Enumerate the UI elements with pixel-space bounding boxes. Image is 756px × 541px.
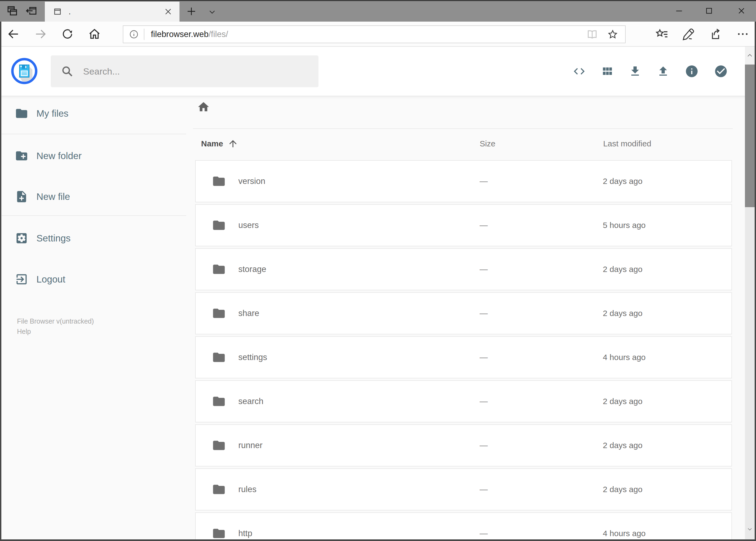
- file-name: runner: [238, 440, 263, 450]
- file-name: http: [238, 529, 252, 538]
- file-row[interactable]: http — 4 hours ago: [195, 512, 732, 541]
- tab-title: .: [69, 7, 71, 16]
- download-icon[interactable]: [629, 65, 641, 78]
- file-name-cell: storage: [196, 262, 480, 276]
- scroll-up-button[interactable]: [745, 47, 755, 64]
- file-name-cell: search: [196, 394, 480, 408]
- header-actions: [573, 47, 728, 96]
- file-modified: 2 days ago: [603, 265, 731, 274]
- folder-icon: [212, 306, 226, 320]
- note-add-icon: [15, 190, 28, 204]
- tab-preview-icon[interactable]: [6, 5, 18, 17]
- file-modified: 4 hours ago: [603, 529, 731, 538]
- chevron-down-icon: [746, 526, 754, 532]
- breadcrumb-divider: [193, 128, 733, 129]
- scroll-down-button[interactable]: [745, 520, 755, 538]
- sidebar-item-new-file[interactable]: New file: [0, 183, 188, 210]
- file-name-cell: settings: [196, 350, 480, 364]
- upload-icon[interactable]: [657, 65, 670, 78]
- web-note-pen-icon[interactable]: [682, 27, 695, 41]
- file-size: —: [480, 353, 603, 362]
- file-modified: 2 days ago: [603, 397, 731, 406]
- sidebar-item-new-folder[interactable]: New folder: [0, 142, 188, 169]
- window-border-bottom: [0, 539, 756, 541]
- url-host: filebrowser.web: [151, 29, 209, 39]
- folder-icon: [212, 174, 226, 188]
- search-input[interactable]: [83, 66, 319, 77]
- share-icon[interactable]: [708, 27, 722, 41]
- new-tab-button[interactable]: [186, 6, 197, 17]
- breadcrumb-home-icon[interactable]: [197, 101, 210, 114]
- version-text: File Browser v(untracked): [17, 317, 94, 325]
- file-row[interactable]: runner — 2 days ago: [195, 424, 732, 466]
- scrollbar-thumb[interactable]: [745, 65, 755, 207]
- search-bar[interactable]: [51, 55, 319, 87]
- file-row[interactable]: settings — 4 hours ago: [195, 336, 732, 378]
- set-tabs-aside-icon[interactable]: [25, 5, 37, 17]
- file-modified: 4 hours ago: [603, 353, 731, 362]
- folder-icon: [212, 350, 226, 364]
- column-header-size[interactable]: Size: [480, 139, 603, 148]
- file-name: share: [238, 308, 259, 318]
- address-bar-divider: [144, 29, 144, 40]
- file-modified: 2 days ago: [603, 485, 731, 494]
- listing-rows: version — 2 days ago users — 5 hours ago: [195, 160, 732, 541]
- tab-close-icon[interactable]: [164, 7, 172, 16]
- file-name-cell: http: [196, 526, 480, 540]
- file-size: —: [480, 397, 603, 406]
- folder-icon: [15, 107, 28, 120]
- sidebar-item-settings[interactable]: Settings: [0, 225, 188, 252]
- home-icon[interactable]: [88, 27, 101, 41]
- refresh-icon[interactable]: [61, 27, 74, 41]
- url-path: /files/: [209, 29, 228, 39]
- add-favorite-star-icon[interactable]: [607, 29, 618, 40]
- file-name-cell: users: [196, 218, 480, 232]
- file-size: —: [480, 221, 603, 230]
- file-row[interactable]: storage — 2 days ago: [195, 248, 732, 290]
- file-size: —: [480, 309, 603, 318]
- file-name: search: [238, 396, 263, 406]
- filebrowser-logo[interactable]: [11, 58, 38, 85]
- select-multiple-icon[interactable]: [714, 64, 728, 78]
- address-bar[interactable]: filebrowser.web/files/: [123, 25, 626, 43]
- column-header-modified[interactable]: Last modified: [603, 139, 732, 148]
- maximize-button[interactable]: [696, 0, 722, 22]
- scrollbar[interactable]: [745, 47, 755, 539]
- hub-favorites-icon[interactable]: [655, 27, 668, 41]
- file-row[interactable]: search — 2 days ago: [195, 380, 732, 422]
- back-icon[interactable]: [7, 27, 20, 41]
- sidebar: My files New folder New file Settings Lo…: [0, 96, 188, 541]
- sidebar-item-label: Settings: [36, 233, 71, 244]
- file-row[interactable]: users — 5 hours ago: [195, 204, 732, 246]
- url-text[interactable]: filebrowser.web/files/: [151, 29, 228, 39]
- help-link[interactable]: Help: [17, 326, 94, 336]
- file-row[interactable]: rules — 2 days ago: [195, 468, 732, 510]
- file-size: —: [480, 529, 603, 538]
- folder-icon: [212, 394, 226, 408]
- more-options-icon[interactable]: [736, 27, 750, 41]
- sidebar-footer: File Browser v(untracked) Help: [17, 316, 94, 336]
- minimize-button[interactable]: [666, 0, 692, 22]
- logout-icon: [15, 272, 28, 286]
- column-header-name[interactable]: Name: [195, 138, 480, 149]
- file-row[interactable]: share — 2 days ago: [195, 292, 732, 334]
- sidebar-item-my-files[interactable]: My files: [0, 100, 188, 127]
- file-modified: 2 days ago: [603, 309, 731, 318]
- grid-view-icon[interactable]: [601, 65, 614, 78]
- chevron-up-icon: [746, 52, 754, 58]
- folder-icon: [212, 482, 226, 496]
- browser-tab[interactable]: .: [45, 2, 179, 22]
- forward-icon[interactable]: [34, 27, 47, 41]
- file-row[interactable]: version — 2 days ago: [195, 160, 732, 202]
- file-listing: Name Size Last modified version — 2 days…: [188, 96, 756, 541]
- file-name: users: [238, 221, 259, 230]
- info-icon[interactable]: [685, 64, 699, 78]
- tab-list-dropdown-icon[interactable]: [206, 8, 218, 16]
- close-window-button[interactable]: [728, 0, 754, 22]
- search-icon: [61, 65, 74, 78]
- sidebar-item-logout[interactable]: Logout: [0, 266, 188, 293]
- file-name: rules: [238, 485, 256, 494]
- create-new-folder-icon: [15, 149, 28, 163]
- site-info-icon[interactable]: [129, 29, 139, 39]
- raw-code-icon[interactable]: [573, 65, 586, 78]
